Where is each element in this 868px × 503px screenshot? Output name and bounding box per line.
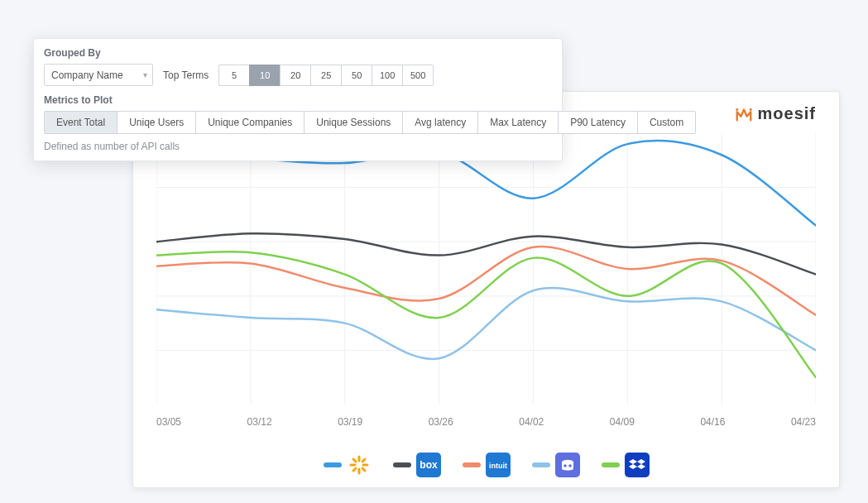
top-terms-option-25[interactable]: 25 [310,65,342,86]
legend-swatch [324,462,342,467]
x-tick-label: 03/05 [156,416,181,428]
svg-text:intuit: intuit [489,462,507,470]
metrics-segmented: Event TotalUniqe UsersUnique CompaniesUn… [44,111,552,134]
top-terms-label: Top Terms [163,69,209,81]
x-axis-labels: 03/0503/1203/1903/2604/0204/0904/1604/23 [156,416,816,428]
chevron-down-icon: ▾ [143,70,147,79]
metric-option[interactable]: Max Latency [477,111,559,134]
top-terms-option-10[interactable]: 10 [249,65,281,86]
legend-swatch [463,462,481,467]
svg-point-0 [736,108,738,111]
grouped-by-label: Grouped By [44,47,552,59]
svg-line-20 [362,459,365,462]
top-terms-option-500[interactable]: 500 [402,65,434,86]
metrics-label: Metrics to Plot [44,94,552,106]
box-icon: box [416,453,441,477]
legend-swatch [602,462,620,467]
metric-option[interactable]: Unique Companies [195,111,305,134]
moesif-icon [735,105,753,123]
discord-icon [555,453,580,477]
metric-option[interactable]: Unique Sessions [304,111,403,134]
legend-logo [555,453,580,477]
legend-item[interactable] [324,453,372,477]
metrics-footnote: Defined as number of API calls [44,141,552,152]
series-line [156,247,816,315]
legend-swatch [393,462,411,467]
legend-logo [347,453,372,477]
legend-swatch [532,462,550,467]
line-chart [156,133,816,405]
svg-point-27 [563,464,567,467]
legend-logo [625,453,650,477]
metric-option[interactable]: Custom [637,111,696,134]
svg-line-21 [353,468,356,471]
brand-logo: moesif [735,104,816,123]
filter-card: Grouped By Company Name ▾ Top Terms 5102… [33,38,563,161]
top-terms-option-5[interactable]: 5 [218,65,250,86]
top-terms-segmented: 510202550100500 [218,65,434,86]
legend-logo: intuit [486,453,511,477]
grouped-by-row: Company Name ▾ Top Terms 510202550100500 [44,64,552,86]
legend-logo: box [416,453,441,477]
svg-line-19 [362,468,365,471]
dropbox-icon [625,453,650,477]
x-tick-label: 04/16 [700,416,725,428]
legend-item[interactable]: intuit [463,453,511,477]
x-tick-label: 04/09 [610,416,635,428]
x-tick-label: 03/12 [247,416,272,428]
legend-item[interactable]: box [393,453,441,477]
metric-option[interactable]: Event Total [44,111,117,134]
metric-option[interactable]: Uniqe Users [117,111,196,134]
group-by-value: Company Name [51,69,123,81]
svg-line-18 [353,459,356,462]
top-terms-option-50[interactable]: 50 [341,65,372,86]
svg-text:box: box [420,459,438,471]
x-tick-label: 03/26 [429,416,453,428]
metric-option[interactable]: P90 Latency [558,111,638,134]
x-tick-label: 04/02 [519,416,544,428]
svg-rect-29 [625,453,650,477]
series-line [156,288,816,359]
intuit-icon: intuit [486,453,511,477]
brand-name: moesif [758,104,816,123]
walmart-icon [347,453,372,477]
top-terms-option-100[interactable]: 100 [372,65,403,86]
x-tick-label: 04/23 [791,416,816,428]
x-tick-label: 03/19 [338,416,362,428]
svg-point-1 [749,108,751,111]
chart-legend: boxintuit [133,453,839,477]
metric-option[interactable]: Avg latency [402,111,478,134]
legend-item[interactable] [532,453,580,477]
legend-item[interactable] [602,453,650,477]
series-line [156,252,816,377]
svg-point-28 [568,464,572,467]
chart-plot-area [156,133,816,405]
group-by-select[interactable]: Company Name ▾ [44,64,153,86]
top-terms-option-20[interactable]: 20 [280,65,311,86]
